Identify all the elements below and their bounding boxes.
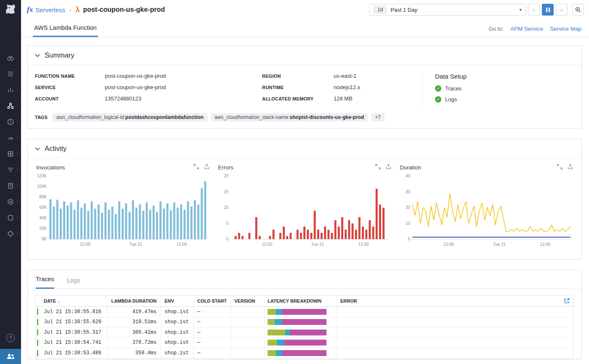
duration-chart[interactable]: 40302010012:00Tue 2112:00	[398, 172, 575, 252]
export-icon[interactable]	[204, 164, 210, 171]
traces-tab-bar: Traces Logs	[28, 270, 581, 289]
data-setup-traces: ✓ Traces	[435, 85, 574, 92]
trace-date-cell: Jul 21 15:38:53.489	[41, 348, 107, 359]
apm-icon[interactable]: ›	[6, 102, 15, 110]
trace-env-cell: shop.ist	[161, 338, 194, 348]
trace-duration-cell: 319.51ms	[107, 317, 161, 327]
svg-text:12:00: 12:00	[443, 242, 454, 247]
sidebar: › › › › › › › ›	[0, 0, 21, 364]
pause-button[interactable]	[542, 4, 554, 16]
svg-text:0: 0	[408, 237, 410, 241]
tab-aws-lambda-function[interactable]: AWS Lambda Function	[33, 24, 98, 37]
export-icon[interactable]	[568, 164, 573, 171]
security-icon[interactable]: ›	[6, 214, 15, 222]
service-mgmt-icon[interactable]: ›	[6, 134, 15, 142]
traces-table-body: Jul 21 15:38:55.816419.47msshop.ist—Jul …	[36, 307, 573, 359]
expand-icon[interactable]	[375, 164, 381, 171]
page-title: post-coupon-us-gke-prod	[83, 6, 165, 13]
activity-card: Activity Invocations 120K100K80K60K40K20…	[27, 139, 582, 260]
debugger-icon[interactable]: ›	[6, 230, 15, 237]
expand-icon[interactable]	[194, 164, 199, 171]
data-setup-title: Data Setup	[435, 73, 574, 80]
help-icon[interactable]: ?	[6, 334, 15, 342]
duration-chart-panel: Duration 40302010012:00Tue 2112:00	[398, 164, 575, 252]
svg-text:12:00: 12:00	[80, 242, 90, 247]
tags-more-pill[interactable]: +7	[371, 113, 385, 121]
trace-cold-start-cell: —	[194, 317, 231, 327]
rewind-button[interactable]: «	[528, 4, 540, 16]
table-row[interactable]: Jul 21 15:38:55.629319.51msshop.ist—	[36, 317, 573, 328]
user-management-icon[interactable]	[0, 349, 21, 364]
summary-header[interactable]: Summary	[28, 46, 581, 65]
trace-error-cell	[337, 338, 573, 348]
column-latency-breakdown[interactable]: LATENCY BREAKDOWN	[265, 295, 337, 306]
table-row[interactable]: Jul 21 15:38:54.741378.72msshop.ist—	[36, 338, 573, 348]
table-row[interactable]: Jul 21 15:38:55.816419.47msshop.ist—	[36, 307, 573, 317]
logs-icon[interactable]: ›	[6, 166, 15, 174]
tag-pill[interactable]: aws_cloudformation_stack-name:shopist-di…	[211, 113, 368, 121]
synthetics-icon[interactable]: ›	[6, 198, 15, 206]
goto-apm-service-link[interactable]: APM Service	[510, 26, 543, 32]
watchdog-icon[interactable]	[6, 54, 15, 62]
tab-traces[interactable]: Traces	[36, 276, 54, 289]
forward-button[interactable]: »	[556, 4, 568, 16]
trace-ok-indicator	[37, 319, 38, 325]
trace-latency-cell	[265, 307, 337, 317]
sort-desc-icon: ↓	[58, 298, 60, 303]
trace-duration-cell: 378.72ms	[107, 338, 161, 348]
breadcrumb-serverless[interactable]: Serverless	[35, 6, 65, 13]
svg-text:40K: 40K	[39, 216, 47, 220]
trace-latency-cell	[265, 317, 337, 327]
time-range-select[interactable]: 1d Past 1 Day ▾	[369, 4, 526, 16]
svg-text:100K: 100K	[37, 184, 47, 189]
activity-header[interactable]: Activity	[28, 139, 581, 158]
invocations-chart[interactable]: 120K100K80K60K40K20K0K12:00Tue 2112:00	[34, 172, 211, 252]
summary-card: Summary FUNCTION NAMEpost-coupon-us-gke-…	[27, 45, 582, 129]
column-cold-start[interactable]: COLD START	[194, 295, 231, 306]
field-value: us-east-1	[334, 73, 356, 79]
column-date[interactable]: DATE ↓	[41, 295, 107, 306]
notebooks-icon[interactable]: ›	[6, 182, 15, 190]
flyout-chevron-icon: ›	[17, 87, 18, 92]
svg-text:12:00: 12:00	[262, 242, 272, 247]
main-content: Summary FUNCTION NAMEpost-coupon-us-gke-…	[21, 37, 589, 364]
svg-text:10: 10	[224, 205, 229, 210]
integrations-icon[interactable]: ›	[6, 150, 15, 158]
flyout-chevron-icon: ›	[17, 215, 18, 219]
datadog-logo[interactable]	[4, 3, 17, 17]
open-in-new-icon[interactable]	[564, 298, 570, 305]
svg-text:20: 20	[406, 205, 411, 210]
trace-status-cell	[36, 327, 41, 338]
chevron-down-icon	[35, 147, 40, 150]
flyout-chevron-icon: ›	[17, 103, 18, 108]
zoom-button[interactable]	[572, 4, 584, 16]
latency-breakdown-bar	[268, 309, 326, 315]
svg-text:30: 30	[406, 190, 411, 194]
lambda-icon: λ	[75, 5, 80, 14]
chart-title: Errors	[218, 164, 233, 171]
tab-logs[interactable]: Logs	[67, 277, 80, 289]
field-label: ALLOCATED MEMORY	[262, 96, 334, 101]
table-row[interactable]: Jul 21 15:38:53.489359.4msshop.ist—	[36, 348, 573, 359]
column-error[interactable]: ERROR	[337, 295, 573, 306]
data-setup-panel: Data Setup ✓ Traces ✓ Logs	[422, 73, 574, 107]
export-icon[interactable]	[386, 164, 391, 171]
table-row[interactable]: Jul 21 15:38:55.317360.41msshop.ist—	[36, 327, 573, 338]
svg-text:5: 5	[226, 221, 228, 226]
column-lambda-duration[interactable]: LAMBDA DURATION	[107, 295, 161, 306]
trace-error-cell	[337, 327, 573, 338]
column-env[interactable]: ENV	[161, 295, 194, 306]
errors-chart-panel: Errors 2015105012:00Tue 2112:00	[216, 164, 393, 252]
goto-service-map-link[interactable]: Service Map	[550, 26, 581, 32]
trace-version-cell	[231, 307, 265, 317]
tag-pill[interactable]: aws_cloudformation_logical-id:postdashco…	[53, 113, 207, 121]
error-tracking-icon[interactable]: ›	[6, 118, 15, 126]
trace-cold-start-cell: —	[194, 307, 231, 317]
trace-version-cell	[231, 338, 265, 348]
events-icon[interactable]	[6, 70, 15, 78]
metrics-icon[interactable]: ›	[6, 86, 15, 94]
column-version[interactable]: VERSION	[231, 295, 265, 306]
errors-chart[interactable]: 2015105012:00Tue 2112:00	[216, 172, 393, 252]
traces-table: DATE ↓ LAMBDA DURATION ENV COLD START VE…	[35, 295, 574, 359]
expand-icon[interactable]	[557, 164, 562, 171]
